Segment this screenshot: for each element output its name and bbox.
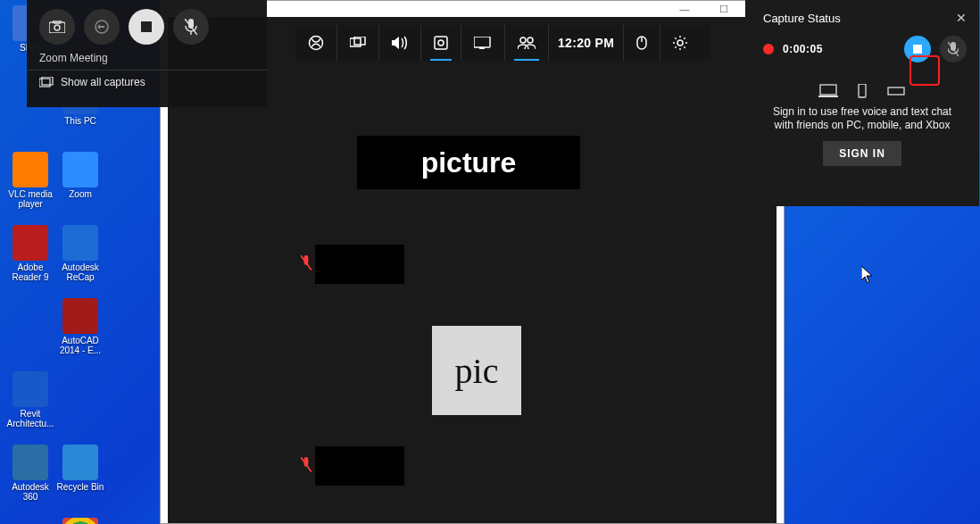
recording-indicator-icon [763,44,774,54]
desktop-icon-recap[interactable]: Autodesk ReCap [55,225,105,295]
close-icon[interactable]: ✕ [956,11,967,25]
desktop-icon-autodesk360[interactable]: Autodesk 360 [5,445,55,514]
capture-status-title: Capture Status [763,12,841,25]
svg-rect-6 [479,47,485,49]
mic-muted-icon [301,457,311,470]
signin-button[interactable]: SIGN IN [823,141,901,166]
xbox-button[interactable] [295,25,337,61]
laptop-icon [818,84,838,98]
maximize-button[interactable]: ☐ [709,3,739,15]
recording-elapsed: 0:00:05 [783,43,895,55]
desktop-icon-chrome[interactable]: Google Chrome [55,518,105,524]
svg-rect-25 [820,85,836,95]
performance-button[interactable] [461,25,505,61]
phone-icon [852,84,872,98]
signin-text: Sign in to use free voice and text chat … [761,105,963,132]
gamebar-clock: 12:20 PM [549,25,623,61]
svg-rect-16 [141,21,152,32]
minimize-button[interactable]: — [669,3,700,15]
video-tile-label: picture [357,136,580,189]
mic-toggle-button[interactable] [173,9,209,45]
participant-thumbnail-self[interactable]: pic [432,326,521,415]
svg-rect-26 [818,96,838,97]
desktop-icon-revit[interactable]: Revit Architectu... [5,371,55,441]
mouse-button[interactable] [623,25,660,61]
xbox-gamebar: 12:20 PM [295,25,710,61]
desktop-icon-zoom[interactable]: Zoom [55,152,105,221]
xbox-social-button[interactable] [505,25,549,61]
mic-muted-icon [301,255,311,268]
capture-status-widget: Capture Status ✕ 0:00:05 Sign in to use … [745,0,979,206]
show-all-captures-link[interactable]: Show all captures [27,71,267,88]
mic-toggle-button[interactable] [940,36,967,62]
capture-widget: Zoom Meeting Show all captures [27,0,267,107]
windows-desktop: SHRI This PC VLC media player Zoom Adobe… [0,0,980,524]
svg-rect-27 [859,84,866,97]
screenshot-button[interactable] [39,9,75,45]
capture-source-title: Zoom Meeting [27,48,267,70]
svg-rect-22 [913,45,922,54]
svg-rect-3 [435,37,447,49]
desktop-icon-vlc[interactable]: VLC media player [5,152,55,221]
desktop-icon-adobe[interactable]: Adobe Reader 9 [5,225,55,295]
console-icon [886,84,906,98]
svg-rect-5 [474,37,490,47]
svg-rect-28 [888,87,904,95]
svg-rect-12 [49,22,65,33]
capture-button[interactable] [421,25,461,61]
settings-button[interactable] [660,25,700,61]
desktop-icon-recycle[interactable]: Recycle Bin [55,445,105,514]
desktop-icon-autocad[interactable]: AutoCAD 2014 - E... [55,298,105,368]
svg-rect-20 [39,79,50,87]
svg-rect-21 [42,77,53,85]
stop-recording-button[interactable] [904,36,931,62]
audio-button[interactable] [379,25,421,61]
svg-point-11 [677,40,683,46]
show-all-captures-label: Show all captures [61,76,145,88]
participant-thumbnail[interactable] [315,446,404,486]
widgets-button[interactable] [337,25,379,61]
stop-record-button[interactable] [129,9,164,45]
svg-point-13 [54,25,60,30]
mouse-cursor-icon [861,266,874,284]
svg-point-7 [520,37,526,43]
svg-point-4 [438,40,444,46]
devices-icon-row [761,84,963,98]
record-last-button[interactable] [84,9,120,45]
svg-point-8 [527,37,533,43]
svg-point-0 [310,37,323,50]
participant-thumbnail[interactable] [315,245,404,284]
